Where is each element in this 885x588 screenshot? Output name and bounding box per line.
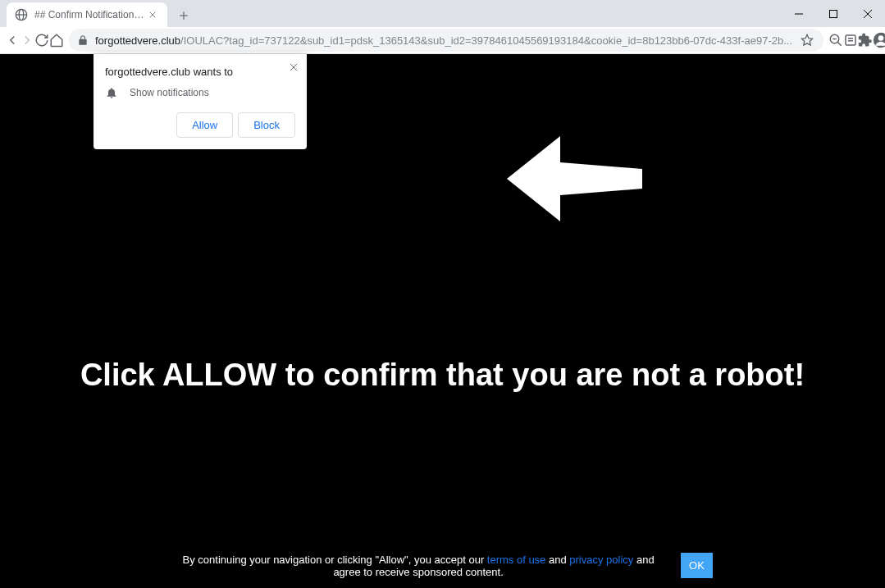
url-text: forgottedvere.club/IOULAC?tag_id=737122&… <box>95 34 792 47</box>
notification-permission-popup: forgottedvere.club wants to Show notific… <box>94 54 307 149</box>
reload-button[interactable] <box>34 29 49 52</box>
reader-mode-icon[interactable] <box>843 29 858 52</box>
address-bar[interactable]: forgottedvere.club/IOULAC?tag_id=737122&… <box>69 29 823 52</box>
url-path: /IOULAC?tag_id=737122&sub_id1=pdsk_13651… <box>180 34 792 47</box>
page-headline: Click ALLOW to confirm that you are not … <box>0 358 885 393</box>
close-window-button[interactable] <box>851 0 885 27</box>
maximize-button[interactable] <box>816 0 851 27</box>
minimize-button[interactable] <box>782 0 816 27</box>
tab-bar: ## Confirm Notifications ## <box>0 0 778 27</box>
lock-icon <box>77 34 89 46</box>
block-button[interactable]: Block <box>238 112 295 138</box>
popup-message: Show notifications <box>130 87 209 98</box>
profile-icon[interactable] <box>873 29 885 52</box>
page-content: forgottedvere.club wants to Show notific… <box>0 54 885 588</box>
popup-title: forgottedvere.club wants to <box>105 66 295 78</box>
popup-close-button[interactable] <box>287 61 300 74</box>
footer-and: and <box>545 554 569 566</box>
url-domain: forgottedvere.club <box>95 34 180 47</box>
arrow-left-icon <box>507 136 642 226</box>
browser-toolbar: forgottedvere.club/IOULAC?tag_id=737122&… <box>0 27 885 54</box>
privacy-link[interactable]: privacy policy <box>569 554 633 566</box>
zoom-out-icon[interactable] <box>828 29 843 52</box>
tab-close-button[interactable] <box>146 8 159 21</box>
bookmark-star-icon[interactable] <box>799 32 815 48</box>
new-tab-button[interactable] <box>172 4 195 27</box>
svg-point-19 <box>878 35 884 41</box>
consent-footer: By continuing your navigation or clickin… <box>0 553 885 578</box>
globe-icon <box>15 8 28 21</box>
footer-pre: By continuing your navigation or clickin… <box>183 554 487 566</box>
browser-tab[interactable]: ## Confirm Notifications ## <box>7 2 167 27</box>
svg-marker-25 <box>507 136 642 221</box>
allow-button[interactable]: Allow <box>176 112 233 138</box>
terms-link[interactable]: terms of use <box>487 554 546 566</box>
svg-line-13 <box>837 42 842 46</box>
tab-title: ## Confirm Notifications ## <box>34 9 146 21</box>
footer-text: By continuing your navigation or clickin… <box>172 554 664 578</box>
back-button[interactable] <box>5 29 20 52</box>
bell-icon <box>105 86 118 99</box>
home-button[interactable] <box>49 29 64 52</box>
svg-marker-11 <box>801 34 812 45</box>
forward-button[interactable] <box>20 29 34 52</box>
svg-rect-8 <box>830 10 837 17</box>
ok-button[interactable]: OK <box>681 553 713 578</box>
extensions-icon[interactable] <box>858 29 873 52</box>
